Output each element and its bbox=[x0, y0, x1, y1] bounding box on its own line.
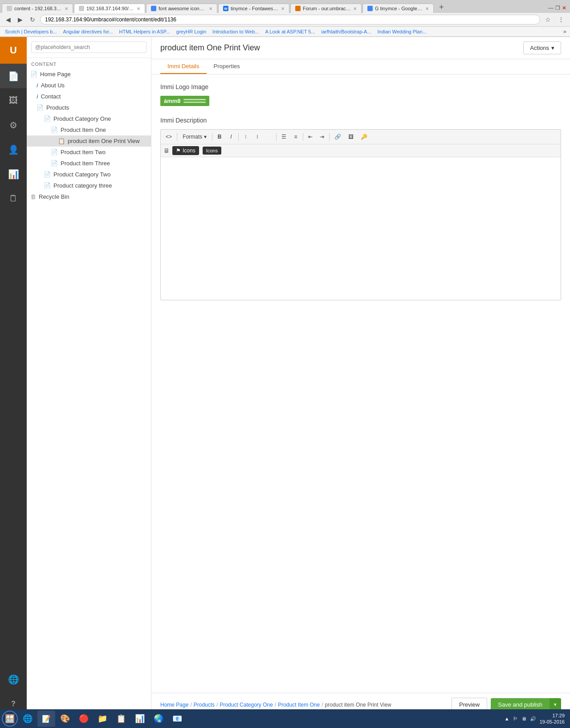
align-center-icon: ⁞ bbox=[256, 134, 258, 140]
bookmark-4[interactable]: greyHR Login bbox=[175, 29, 208, 35]
rte-align-right-btn[interactable] bbox=[264, 131, 274, 142]
app-container: U 📄 🖼 ⚙ 👤 📊 🗒 🌐 ? CONTE bbox=[0, 37, 570, 716]
tab-close-4[interactable]: ✕ bbox=[281, 6, 285, 11]
logo-image-box[interactable]: ámm8 bbox=[160, 96, 209, 106]
rte-align-center-btn[interactable]: ⁞ bbox=[252, 131, 263, 142]
rte-outdent-btn[interactable]: ⇤ bbox=[305, 131, 316, 142]
search-input[interactable] bbox=[31, 41, 147, 53]
rte-toolbar-row2: 🖥 ⚑ Icons Icons bbox=[161, 144, 561, 157]
monitor-icon[interactable]: 🖥 bbox=[163, 147, 170, 154]
tab-close-1[interactable]: ✕ bbox=[65, 6, 68, 11]
browser-tab-1[interactable]: content - 192.168.37.1... ✕ bbox=[2, 4, 73, 13]
taskbar-item-app6[interactable]: 📋 bbox=[112, 711, 130, 716]
taskbar-item-app7[interactable]: 📊 bbox=[131, 711, 149, 716]
taskbar-item-vs[interactable]: 📝 bbox=[37, 711, 55, 716]
browser-tab-5[interactable]: Forum - our.umbraco... ✕ bbox=[290, 4, 362, 13]
sidebar-icon-languages[interactable]: 🌐 bbox=[0, 667, 27, 691]
breadcrumb-products[interactable]: Products bbox=[194, 702, 215, 708]
tree-item-contact[interactable]: i Contact bbox=[27, 91, 151, 102]
sidebar-icon-settings[interactable]: ⚙ bbox=[0, 113, 27, 137]
rte-link-btn[interactable]: 🔗 bbox=[331, 131, 344, 142]
taskbar-item-app4[interactable]: 🔴 bbox=[75, 711, 93, 716]
bookmark-5[interactable]: Introduction to Web... bbox=[211, 29, 260, 35]
address-bar[interactable] bbox=[40, 15, 540, 25]
menu-button[interactable]: ⋮ bbox=[556, 15, 566, 24]
sidebar-icon-media[interactable]: 🖼 bbox=[0, 88, 27, 113]
tree-item-item2[interactable]: 📄 Product Item Two bbox=[27, 147, 151, 158]
breadcrumb-cat1[interactable]: Product Category One bbox=[220, 702, 273, 708]
tab-close-6[interactable]: ✕ bbox=[425, 6, 429, 11]
tab-label-5: Forum - our.umbraco... bbox=[303, 6, 351, 11]
actions-button[interactable]: Actions ▾ bbox=[523, 41, 561, 54]
tree-item-home[interactable]: 📄 Home Page bbox=[27, 69, 151, 80]
content-tabs: Immi Details Properties bbox=[151, 59, 570, 74]
tab-close-2[interactable]: ✕ bbox=[137, 6, 140, 11]
tree-item-recycle[interactable]: 🗑 Recycle Bin bbox=[27, 191, 151, 202]
close-btn[interactable]: ✕ bbox=[562, 5, 566, 11]
sidebar-icon-reports[interactable]: 📊 bbox=[0, 162, 27, 186]
bookmark-1[interactable]: Scotch | Developers b... bbox=[4, 29, 58, 35]
tab-immi-details[interactable]: Immi Details bbox=[160, 59, 207, 74]
bookmark-7[interactable]: iarfhlaith/Bootstrap-A... bbox=[320, 29, 373, 35]
tab-icon-5 bbox=[295, 6, 301, 11]
icons-button[interactable]: ⚑ Icons bbox=[172, 146, 199, 155]
start-button[interactable]: 🪟 bbox=[2, 711, 18, 716]
bookmarks-more[interactable]: » bbox=[563, 28, 566, 35]
taskbar-item-browser[interactable]: 🌐 bbox=[19, 711, 37, 716]
bookmark-button[interactable]: ☆ bbox=[543, 15, 553, 24]
rte-italic-btn[interactable]: I bbox=[226, 131, 236, 142]
tab-close-3[interactable]: ✕ bbox=[209, 6, 212, 11]
immi-logo-label: Immi Logo Image bbox=[160, 83, 561, 90]
tree-item-print[interactable]: 📋 product item One Print View bbox=[27, 135, 151, 147]
bookmark-8[interactable]: Indian Wedding Plan... bbox=[376, 29, 428, 35]
tab-properties[interactable]: Properties bbox=[207, 59, 247, 74]
rte-code-btn[interactable]: <> bbox=[163, 131, 175, 142]
tree-item-cat2[interactable]: 📄 Product Category Two bbox=[27, 169, 151, 180]
tree-item-cat3[interactable]: 📄 Product category three bbox=[27, 180, 151, 191]
tree-item-cat1[interactable]: 📄 Product Category One bbox=[27, 113, 151, 124]
taskbar-item-app9[interactable]: 📧 bbox=[168, 711, 186, 716]
sidebar-icon-templates[interactable]: 🗒 bbox=[0, 186, 27, 211]
immi-logo-section: Immi Logo Image ámm8 bbox=[160, 83, 561, 106]
app5-icon: 📁 bbox=[98, 714, 107, 716]
doc-icon-item2: 📄 bbox=[51, 149, 58, 155]
reports-icon: 📊 bbox=[8, 169, 19, 180]
rte-body[interactable] bbox=[161, 157, 561, 300]
bookmark-3[interactable]: HTML Helpers in ASP... bbox=[118, 29, 171, 35]
breadcrumb-home[interactable]: Home Page bbox=[160, 702, 188, 708]
sidebar-icon-content[interactable]: 📄 bbox=[0, 64, 27, 88]
umbraco-logo-button[interactable]: U bbox=[0, 37, 27, 64]
rte-list-ul-btn[interactable]: ☰ bbox=[278, 131, 289, 142]
minimize-btn[interactable]: — bbox=[548, 5, 554, 11]
forward-button[interactable]: ▶ bbox=[16, 15, 25, 24]
restore-btn[interactable]: ❐ bbox=[555, 5, 560, 11]
taskbar-item-app3[interactable]: 🎨 bbox=[56, 711, 74, 716]
window-controls: — ❐ ✕ bbox=[546, 3, 568, 13]
tab-close-5[interactable]: ✕ bbox=[353, 6, 357, 11]
rte-formats-btn[interactable]: Formats ▾ bbox=[179, 131, 210, 142]
tree-item-item3[interactable]: 📄 Product Item Three bbox=[27, 158, 151, 169]
rte-list-ol-btn[interactable]: ≡ bbox=[290, 131, 301, 142]
browser-tab-3[interactable]: font awesome icons in... ✕ bbox=[146, 4, 217, 13]
back-button[interactable]: ◀ bbox=[4, 15, 13, 24]
new-tab-button[interactable]: + bbox=[436, 2, 447, 13]
tree-item-about[interactable]: i About Us bbox=[27, 80, 151, 91]
tree-item-item1[interactable]: 📄 Product Item One bbox=[27, 124, 151, 135]
rte-indent-btn[interactable]: ⇥ bbox=[317, 131, 327, 142]
content-header: product item One Print View Actions ▾ bbox=[151, 37, 570, 59]
rte-image-btn[interactable]: 🖼 bbox=[345, 131, 357, 142]
browser-tab-6[interactable]: G tinymce - Google Sea... ✕ bbox=[362, 4, 434, 13]
browser-tab-2[interactable]: 192.168.37.164:90/pro... ✕ bbox=[74, 4, 145, 13]
refresh-button[interactable]: ↻ bbox=[28, 15, 37, 24]
rte-key-btn[interactable]: 🔑 bbox=[358, 131, 370, 142]
rte-bold-btn[interactable]: B bbox=[214, 131, 225, 142]
bookmark-2[interactable]: Angular directives for... bbox=[62, 29, 114, 35]
sidebar-icon-users[interactable]: 👤 bbox=[0, 137, 27, 162]
bookmark-6[interactable]: A Look at ASP.NET 5... bbox=[264, 29, 316, 35]
taskbar-item-app8[interactable]: 🌏 bbox=[150, 711, 167, 716]
tree-item-products[interactable]: 📄 Products bbox=[27, 102, 151, 113]
rte-align-left-btn[interactable]: ⁝ bbox=[240, 131, 251, 142]
breadcrumb-item1[interactable]: Product Item One bbox=[278, 702, 320, 708]
browser-tab-4[interactable]: W tinymce - Fontawesome... ✕ bbox=[218, 4, 289, 13]
taskbar-item-app5[interactable]: 📁 bbox=[94, 711, 111, 716]
